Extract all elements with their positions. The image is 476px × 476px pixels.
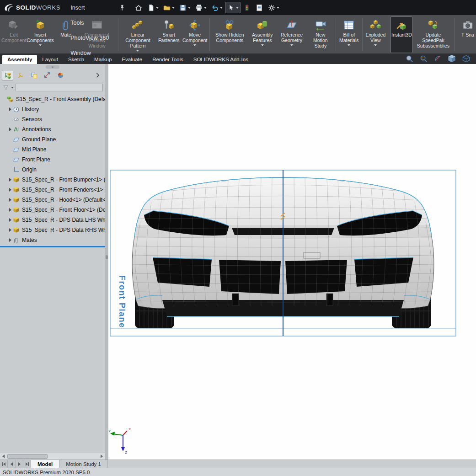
tree-item-mid-plane[interactable]: Mid Plane xyxy=(0,144,105,155)
doc-tab-model[interactable]: Model xyxy=(31,460,59,468)
scroll-right-button[interactable] xyxy=(98,453,105,460)
panel-tab-propertymanager[interactable] xyxy=(15,70,27,80)
panel-splitter[interactable] xyxy=(105,64,108,460)
zoom-to-area-icon[interactable] xyxy=(419,54,428,63)
dropdown-caret-icon[interactable] xyxy=(290,44,293,46)
menu-photoview-360[interactable]: PhotoView 360 xyxy=(66,30,113,45)
dropdown-caret-icon[interactable] xyxy=(261,44,264,46)
dropdown-caret-icon[interactable] xyxy=(172,7,175,9)
tree-item-mates[interactable]: Mates xyxy=(0,235,105,245)
qa-home-button[interactable] xyxy=(133,2,144,13)
doc-tab-prev-button[interactable] xyxy=(8,460,16,468)
splitter-handle[interactable] xyxy=(106,255,108,259)
ribbon-show-hidden-components-button[interactable]: Show Hidden Components xyxy=(212,16,248,53)
tree-item-s15-spec-r-dps-data-rhs-whee[interactable]: S15_Spec_R - DPS Data RHS Whee xyxy=(0,225,105,235)
tree-item-s15-spec-r-front-bumper-1-d[interactable]: S15_Spec_R - Front Bumper<1> (D xyxy=(0,175,105,185)
tree-item-origin[interactable]: Origin xyxy=(0,165,105,175)
qa-new-document-button[interactable] xyxy=(145,2,160,13)
ribbon-t-sna-button[interactable]: T Sna xyxy=(457,16,476,53)
dropdown-caret-icon[interactable] xyxy=(348,44,350,46)
tree-item-history[interactable]: History xyxy=(0,104,105,114)
panel-collapse-handle[interactable] xyxy=(46,65,59,69)
dropdown-caret-icon[interactable] xyxy=(188,7,191,9)
qa-rebuild-button[interactable] xyxy=(241,2,253,13)
expand-arrow-icon[interactable] xyxy=(7,198,13,202)
tab-assembly[interactable]: Assembly xyxy=(2,55,37,64)
doc-tab-last-button[interactable] xyxy=(23,460,31,468)
expand-arrow-icon[interactable] xyxy=(7,128,13,131)
doc-tab-motion-study-1[interactable]: Motion Study 1 xyxy=(59,460,108,468)
tree-item-s15-spec-r-dps-data-lhs-whee[interactable]: S15_Spec_R - DPS Data LHS Whee xyxy=(0,215,105,225)
dropdown-caret-icon[interactable] xyxy=(220,7,223,9)
tree-item-s15-spec-r-front-assembly-default[interactable]: S15_Spec_R - Front Assembly (Default xyxy=(0,94,105,104)
qa-file-properties-button[interactable] xyxy=(253,2,265,13)
tab-evaluate[interactable]: Evaluate xyxy=(117,55,147,64)
menu-window[interactable]: Window xyxy=(66,45,113,60)
ribbon-linear-component-pattern-button[interactable]: Linear Component Pattern xyxy=(120,16,156,53)
doc-tab-next-button[interactable] xyxy=(16,460,23,468)
model-viewport-svg[interactable]: Front Plane Y Z X xyxy=(108,64,476,460)
tab-solidworks-add-ins[interactable]: SOLIDWORKS Add-Ins xyxy=(188,55,253,64)
doc-tab-first-button[interactable] xyxy=(0,460,8,468)
dropdown-caret-icon[interactable] xyxy=(374,44,377,46)
tab-render-tools[interactable]: Render Tools xyxy=(147,55,188,64)
ribbon-move-component-button[interactable]: Move Component xyxy=(182,16,208,53)
tree-item-annotations[interactable]: Annotations xyxy=(0,124,105,134)
expand-arrow-icon[interactable] xyxy=(7,238,13,242)
expand-arrow-icon[interactable] xyxy=(7,208,13,212)
zoom-fit-icon[interactable] xyxy=(405,54,414,63)
menu-tools[interactable]: Tools xyxy=(66,15,113,30)
qa-undo-button[interactable] xyxy=(209,2,225,13)
panel-horizontal-scrollbar[interactable] xyxy=(0,453,105,460)
tree-item-s15-spec-r-hood-1-default[interactable]: S15_Spec_R - Hood<1> (Default< xyxy=(0,195,105,205)
panel-tab-dimxpertmanager[interactable] xyxy=(42,70,53,80)
expand-arrow-icon[interactable] xyxy=(7,218,13,222)
dropdown-caret-icon[interactable] xyxy=(156,7,159,9)
dropdown-caret-icon[interactable] xyxy=(39,44,42,46)
pin-toolbar-button[interactable] xyxy=(116,2,128,13)
display-style-icon[interactable] xyxy=(462,54,471,63)
ribbon-assembly-features-button[interactable]: Assembly Features xyxy=(249,16,276,53)
filter-caret-icon[interactable] xyxy=(11,87,14,88)
ribbon-update-speedpak-subassemblies-button[interactable]: Update SpeedPak Subassemblies xyxy=(413,16,453,53)
panel-tab-configurationmanager[interactable] xyxy=(28,70,40,80)
dropdown-caret-icon[interactable] xyxy=(136,50,139,52)
tab-layout[interactable]: Layout xyxy=(37,55,63,64)
dropdown-caret-icon[interactable] xyxy=(193,44,196,46)
view-orientation-icon[interactable] xyxy=(448,54,456,63)
scroll-left-button[interactable] xyxy=(0,453,7,460)
dropdown-caret-icon[interactable] xyxy=(277,7,279,9)
graphics-area[interactable]: Front Plane Y Z X xyxy=(108,64,476,460)
section-view-icon[interactable] xyxy=(433,54,442,63)
qa-select-button[interactable] xyxy=(225,2,241,13)
tree-splitter-bar[interactable] xyxy=(0,246,105,247)
ribbon-new-motion-study-button[interactable]: New Motion Study xyxy=(307,16,334,53)
panel-tab-overflow-button[interactable] xyxy=(92,70,103,80)
expand-arrow-icon[interactable] xyxy=(7,107,13,111)
filter-funnel-icon[interactable] xyxy=(2,84,9,91)
ribbon-instant3d-button[interactable]: Instant3D xyxy=(390,16,412,53)
tree-item-ground-plane[interactable]: Ground Plane xyxy=(0,134,105,144)
ribbon-smart-fasteners-button[interactable]: Smart Fasteners xyxy=(156,16,181,53)
qa-save-button[interactable] xyxy=(177,2,193,13)
scrollbar-thumb[interactable] xyxy=(7,454,48,459)
expand-arrow-icon[interactable] xyxy=(7,178,13,182)
menu-insert[interactable]: Insert xyxy=(66,0,113,15)
qa-open-button[interactable] xyxy=(161,2,176,13)
ribbon-reference-geometry-button[interactable]: Reference Geometry xyxy=(277,16,306,53)
ribbon-insert-components-button[interactable]: Insert Components xyxy=(27,16,53,53)
tree-filter-input[interactable] xyxy=(16,84,103,91)
tree-item-s15-spec-r-front-floor-1-def[interactable]: S15_Spec_R - Front Floor<1> (Def xyxy=(0,205,105,215)
expand-arrow-icon[interactable] xyxy=(7,188,13,192)
panel-tab-featuremanager[interactable] xyxy=(2,70,13,80)
qa-options-button[interactable] xyxy=(266,2,281,13)
tree-item-sensors[interactable]: Sensors xyxy=(0,114,105,124)
dropdown-caret-icon[interactable] xyxy=(236,7,239,9)
expand-arrow-icon[interactable] xyxy=(7,228,13,232)
tree-item-s15-spec-r-front-fenders-1-d[interactable]: S15_Spec_R - Front Fenders<1> (D xyxy=(0,185,105,195)
qa-print-button[interactable] xyxy=(193,2,209,13)
ribbon-exploded-view-button[interactable]: Exploded View xyxy=(364,16,387,53)
panel-tab-displaymanager[interactable] xyxy=(55,70,66,80)
dropdown-caret-icon[interactable] xyxy=(204,7,207,9)
tree-item-front-plane[interactable]: Front Plane xyxy=(0,155,105,165)
